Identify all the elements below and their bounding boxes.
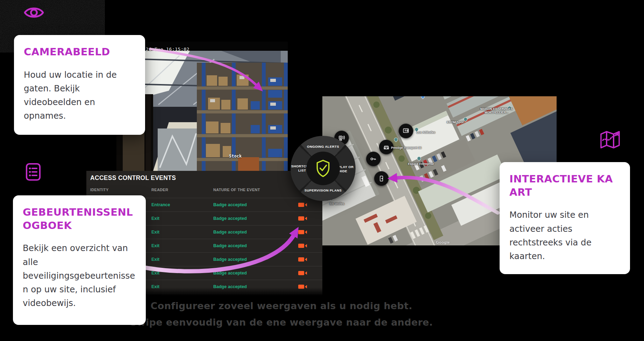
event-list-icon bbox=[25, 162, 42, 183]
cell-nature: Badge accepted bbox=[213, 284, 247, 289]
table-header-row: IDENTITY READER NATURE OF THE EVENT bbox=[86, 186, 322, 195]
screen-marker-icon[interactable] bbox=[399, 124, 413, 138]
column-nature: NATURE OF THE EVENT bbox=[213, 188, 260, 192]
video-camera-icon[interactable] bbox=[298, 244, 304, 248]
video-camera-icon[interactable] bbox=[298, 271, 304, 275]
map-place-label: Espace Entreprise bbox=[408, 162, 434, 166]
cell-reader: Exit bbox=[151, 271, 159, 276]
card-body: Houd uw locatie in de gaten. Bekijk vide… bbox=[24, 68, 135, 123]
map-place-label: KROM Sport bbox=[447, 120, 465, 124]
card-title: GEBEURTENISSENLOGBOEK bbox=[23, 206, 136, 232]
access-control-title: ACCESS CONTROL EVENTS bbox=[90, 174, 176, 182]
map-place-label: Lux Attitudes bbox=[416, 131, 435, 134]
key-marker-icon[interactable] bbox=[366, 152, 381, 166]
map-place-label: BB Wolfes bbox=[330, 202, 344, 206]
video-camera-icon[interactable] bbox=[298, 216, 304, 221]
cell-reader: Exit bbox=[151, 243, 159, 248]
video-camera-icon[interactable] bbox=[298, 203, 304, 207]
map-place-label: Prestige Transport 34 bbox=[391, 146, 422, 149]
video-timestamp: 26 Tue 16:15:02 bbox=[146, 47, 189, 52]
video-camera-icon[interactable] bbox=[298, 230, 304, 234]
cell-nature: Badge accepted bbox=[213, 230, 247, 235]
cell-reader: Entrance bbox=[151, 202, 170, 207]
cell-nature: Badge accepted bbox=[213, 271, 247, 276]
map-pin-icon[interactable] bbox=[416, 156, 422, 161]
cell-nature: Badge accepted bbox=[213, 202, 247, 207]
card-camerabeeld: CAMERABEELD Houd uw locatie in de gaten.… bbox=[14, 35, 145, 135]
card-gebeurtenissenlogboek: GEBEURTENISSENLOGBOEK Bekijk een overzic… bbox=[13, 195, 146, 325]
cell-nature: Badge accepted bbox=[213, 257, 247, 262]
shield-check-icon bbox=[315, 159, 331, 178]
video-camera-icon[interactable] bbox=[298, 285, 304, 289]
eye-icon bbox=[23, 4, 45, 22]
cell-reader: Exit bbox=[151, 216, 159, 221]
column-reader: READER bbox=[151, 188, 168, 192]
cell-nature: Badge accepted bbox=[213, 243, 247, 248]
radial-menu-ongoing-alerts[interactable]: ONGOING ALERTS bbox=[304, 145, 342, 149]
google-watermark: Google bbox=[436, 240, 450, 244]
door-marker-icon[interactable] bbox=[374, 171, 389, 186]
map-pin-icon[interactable] bbox=[420, 96, 426, 99]
cell-reader: Exit bbox=[151, 284, 159, 289]
column-identity: IDENTITY bbox=[90, 188, 109, 192]
radial-menu-hub[interactable] bbox=[306, 152, 340, 185]
radial-menu-supervision-plans[interactable]: SUPERVISION PLANS bbox=[304, 188, 342, 193]
card-title: CAMERABEELD bbox=[24, 46, 135, 59]
card-body: Bekijk een overzicht van alle beveiligin… bbox=[23, 241, 136, 310]
cell-reader: Exit bbox=[151, 257, 159, 262]
radial-menu[interactable]: ONGOING ALERTS DISPLAY OR HIDE SUPERVISI… bbox=[291, 136, 356, 201]
video-stock-label: Stock bbox=[229, 154, 242, 159]
cell-reader: Exit bbox=[151, 230, 159, 235]
map-place-label: MAISON ET SERVICES MONTPELLIER... bbox=[480, 107, 513, 114]
card-title: INTERACTIEVE KAART bbox=[509, 173, 620, 199]
card-interactieve-kaart: INTERACTIEVE KAART Monitor uw site en ac… bbox=[500, 162, 630, 274]
page: 26 Tue 16:15:02 Stock ACCESS CONTROL EVE… bbox=[0, 0, 644, 341]
card-body: Monitor uw site en activeer acties recht… bbox=[509, 208, 620, 263]
map-icon bbox=[598, 129, 621, 151]
map-pin-icon[interactable] bbox=[393, 137, 399, 142]
cell-nature: Badge accepted bbox=[213, 216, 247, 221]
video-camera-icon[interactable] bbox=[298, 257, 304, 262]
